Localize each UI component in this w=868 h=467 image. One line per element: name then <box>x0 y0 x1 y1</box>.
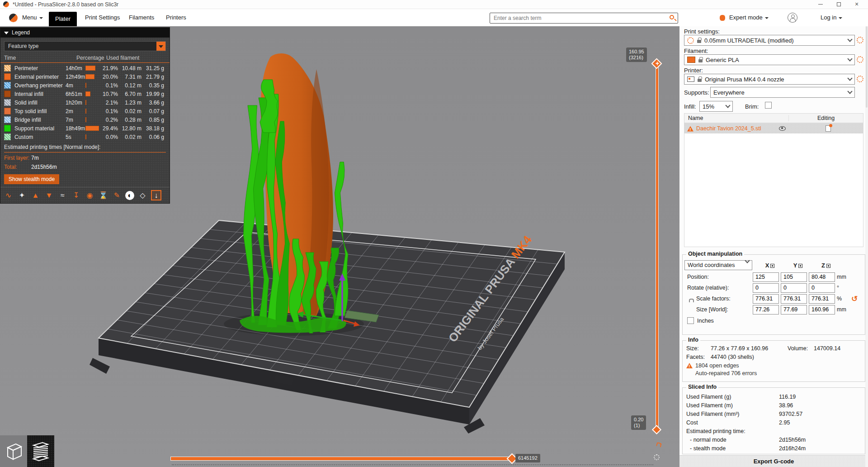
feature-meters: 12.80 m <box>118 125 142 132</box>
sliced-info-row: Used Filament (m)38.96 <box>683 401 865 410</box>
percentage-bar <box>85 66 101 71</box>
size-y-input[interactable] <box>781 305 807 315</box>
percentage-bar <box>85 126 101 131</box>
warning-icon <box>686 363 693 368</box>
feature-swatch <box>4 116 11 123</box>
supports-dropdown[interactable]: Everywhere <box>710 87 855 98</box>
center-of-mass-icon[interactable]: ◐ <box>125 191 134 200</box>
deretractions-icon[interactable]: ▼ <box>44 190 54 200</box>
rotate-z-input[interactable] <box>809 283 835 293</box>
tab-plater[interactable]: Plater <box>49 12 77 26</box>
position-z-input[interactable] <box>809 272 835 282</box>
maximize-button[interactable] <box>832 0 845 9</box>
size-x-input[interactable] <box>753 305 779 315</box>
object-manipulation-title: Object manipulation <box>686 251 744 257</box>
layer-slider-track[interactable] <box>656 63 659 431</box>
position-unit: mm <box>837 274 849 280</box>
sliced-value: 2.95 <box>779 419 790 426</box>
feature-name: Internal infill <box>14 91 66 97</box>
scale-unit: % <box>837 295 849 302</box>
filament-gear-icon[interactable] <box>857 56 863 63</box>
export-gcode-button[interactable]: Export G-code <box>679 455 868 467</box>
print-settings-gear-icon[interactable] <box>857 37 863 43</box>
tab-printers[interactable]: Printers <box>166 9 186 26</box>
position-row: Position:mm <box>684 272 863 282</box>
scale-z-input[interactable] <box>809 294 835 304</box>
legend-header[interactable]: Legend <box>0 28 170 38</box>
filament-label: Filament: <box>684 48 708 54</box>
chevron-down-icon <box>847 89 852 94</box>
position-y-input[interactable] <box>781 272 807 282</box>
expert-mode-dropdown[interactable]: Expert mode <box>729 9 769 26</box>
volume-label: Volume: <box>788 345 808 352</box>
search-icon[interactable] <box>670 15 674 19</box>
scale-y-input[interactable] <box>781 294 807 304</box>
legend-icon-toolbar: ∿✦▲▼≈↧◉⌛✎◐◇↓ <box>0 189 170 203</box>
print-settings-dropdown[interactable]: 0.05mm ULTRADETAIL (modified) <box>684 35 855 46</box>
lock-icon <box>698 59 703 62</box>
printer-dropdown[interactable]: Original Prusa MK4 0.4 nozzle <box>684 74 855 85</box>
scale-x-input[interactable] <box>753 294 779 304</box>
tab-print-settings[interactable]: Print Settings <box>85 9 120 26</box>
scale-label: Scale factors: <box>684 295 753 302</box>
dropdown-arrow-icon[interactable] <box>156 42 165 51</box>
tool-changes-icon[interactable]: ↧ <box>71 190 81 200</box>
travel-icon[interactable]: ∿ <box>3 190 14 200</box>
shells-icon[interactable]: ◇ <box>137 190 148 200</box>
slider-settings-gear-icon[interactable] <box>654 454 660 460</box>
move-slider-track[interactable] <box>170 457 513 461</box>
inches-checkbox[interactable] <box>687 317 694 324</box>
feature-time: 1h20m <box>66 100 85 106</box>
minimize-button[interactable] <box>814 0 827 9</box>
rotate-unit: ° <box>837 285 849 291</box>
tab-filaments[interactable]: Filaments <box>129 9 154 26</box>
feature-meters: 0.28 m <box>118 117 142 123</box>
menu-dropdown[interactable]: Menu <box>22 9 43 26</box>
close-button[interactable]: × <box>850 0 863 9</box>
feature-meters: 0.02 m <box>118 108 142 114</box>
login-dropdown[interactable]: Log in <box>821 9 842 26</box>
editor-view-button[interactable] <box>0 435 27 467</box>
preview-view-button[interactable] <box>27 435 54 467</box>
show-stealth-mode-button[interactable]: Show stealth mode <box>4 174 59 184</box>
feature-name: Overhang perimeter <box>14 82 66 89</box>
feature-name: Custom <box>14 134 66 140</box>
reset-scale-icon[interactable]: ↺ <box>851 294 858 304</box>
feature-percentage: 0.1% <box>101 108 118 114</box>
app-logo-icon <box>3 1 9 7</box>
feature-swatch <box>4 108 11 114</box>
custom-gcode-icon[interactable]: ✎ <box>112 190 122 200</box>
rotate-y-input[interactable] <box>781 283 807 293</box>
info-panel: Info Size: 77.26 x 77.69 x 160.96 Volume… <box>682 340 865 382</box>
feature-type-dropdown[interactable]: Feature type <box>4 41 166 51</box>
rotate-x-input[interactable] <box>753 283 779 293</box>
est-print-time-label: Estimated printing time: <box>683 427 865 435</box>
seams-icon[interactable]: ≈ <box>57 190 68 200</box>
printer-gear-icon[interactable] <box>857 76 863 82</box>
sliced-info-title: Sliced Info <box>686 384 718 390</box>
search-box <box>490 13 678 24</box>
color-changes-icon[interactable]: ◉ <box>85 190 95 200</box>
edit-object-icon[interactable] <box>826 125 831 132</box>
visibility-eye-icon[interactable] <box>779 126 786 131</box>
feature-grams: 0.85 g <box>142 117 164 123</box>
search-input[interactable] <box>494 14 665 22</box>
infill-dropdown[interactable]: 15% <box>699 101 733 112</box>
position-x-input[interactable] <box>753 272 779 282</box>
tool-marker-icon[interactable]: ↓ <box>151 190 161 200</box>
user-avatar-icon[interactable] <box>788 13 797 23</box>
feature-grams: 21.79 g <box>142 74 164 80</box>
coordinate-system-dropdown[interactable]: World coordinates <box>684 260 752 270</box>
rotate-label: Rotate (relative): <box>684 285 753 291</box>
pause-prints-icon[interactable]: ⌛ <box>98 190 108 200</box>
legend-row: Internal infill6h51m10.7%6.70 m19.99 g <box>0 90 170 98</box>
filament-dropdown[interactable]: Generic PLA <box>684 54 855 65</box>
sidebar-scrollbar[interactable] <box>865 26 868 467</box>
size-z-input[interactable] <box>809 305 835 315</box>
object-row[interactable]: Daechir Tavion 2024_5.stl <box>684 123 863 133</box>
brim-checkbox[interactable] <box>765 102 772 109</box>
3d-viewport[interactable]: ORIGINAL PRUSA MK4 by Josef Prusa Legend… <box>0 26 679 467</box>
wipe-icon[interactable]: ✦ <box>17 190 27 200</box>
warning-icon <box>687 126 693 132</box>
retractions-icon[interactable]: ▲ <box>30 190 41 200</box>
